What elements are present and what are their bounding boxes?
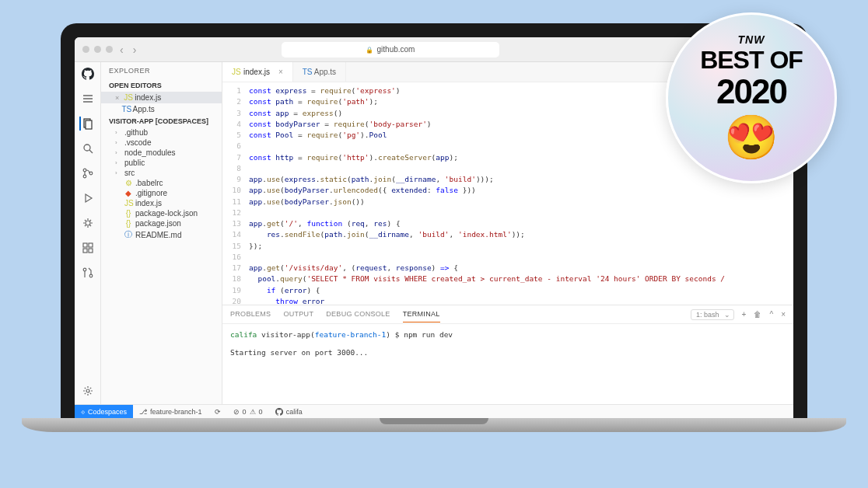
tab-label: App.ts <box>314 68 336 76</box>
terminal-select[interactable]: 1: bash ⌄ <box>691 309 734 320</box>
laptop-notch <box>380 418 488 424</box>
svg-point-4 <box>83 175 86 178</box>
heart-eyes-emoji-icon: 😍 <box>724 112 779 163</box>
file-type-icon: ◆ <box>124 189 132 197</box>
window-controls <box>82 46 113 53</box>
folder-item[interactable]: ›.github <box>101 127 222 138</box>
url-bar[interactable]: github.com <box>282 42 499 58</box>
explorer-sidebar: EXPLORER OPEN EDITORS ×JSindex.js TSApp.… <box>101 62 222 404</box>
explorer-icon[interactable] <box>79 117 95 131</box>
maximize-panel-icon[interactable]: ^ <box>769 310 773 319</box>
file-item[interactable]: {}package-lock.json <box>101 208 222 218</box>
debug-icon[interactable] <box>81 216 95 230</box>
open-editor-item[interactable]: TSApp.ts <box>101 103 222 115</box>
file-type-icon: ⚙ <box>124 179 132 187</box>
close-file-icon[interactable]: × <box>115 94 119 102</box>
file-type-icon: JS <box>124 199 132 207</box>
folder-name: .vscode <box>124 138 151 147</box>
terminal-branch: feature-branch-1 <box>315 330 387 339</box>
github-icon[interactable] <box>81 67 95 81</box>
project-header[interactable]: VISITOR-APP [CODESPACES] <box>101 115 222 127</box>
source-control-icon[interactable] <box>81 166 95 180</box>
svg-point-6 <box>86 221 90 225</box>
file-item[interactable]: JSindex.js <box>101 198 222 208</box>
file-name: index.js <box>135 93 161 102</box>
activity-bar <box>75 62 101 404</box>
github-small-icon <box>275 408 283 416</box>
panel-tab-output[interactable]: OUTPUT <box>283 306 313 322</box>
minimize-window-icon[interactable] <box>94 46 101 53</box>
bottom-panel: PROBLEMSOUTPUTDEBUG CONSOLETERMINAL 1: b… <box>222 305 793 404</box>
tab-label: index.js <box>243 68 270 76</box>
terminal-output[interactable]: califa visitor-app(feature-branch-1) $ n… <box>222 324 793 404</box>
svg-point-12 <box>89 274 93 277</box>
open-editors-header[interactable]: OPEN EDITORS <box>101 79 222 92</box>
explorer-title: EXPLORER <box>101 62 222 79</box>
file-item[interactable]: ⓘREADME.md <box>101 228 222 241</box>
folder-name: node_modules <box>124 148 176 157</box>
chevron-right-icon: › <box>115 149 121 156</box>
file-name: .gitignore <box>135 189 167 197</box>
extensions-icon[interactable] <box>81 241 95 255</box>
file-item[interactable]: {}package.json <box>101 218 222 228</box>
folder-item[interactable]: ›src <box>101 168 222 178</box>
file-item[interactable]: ◆.gitignore <box>101 188 222 198</box>
badge-brand: TNW <box>738 33 765 46</box>
open-editor-item[interactable]: ×JSindex.js <box>101 92 222 103</box>
forward-button[interactable]: › <box>131 44 139 56</box>
run-debug-icon[interactable] <box>81 191 95 205</box>
svg-rect-8 <box>83 249 87 253</box>
status-branch[interactable]: ⎇ feature-branch-1 <box>133 405 208 418</box>
status-problems[interactable]: ⊘0 ⚠0 <box>227 405 269 418</box>
warning-icon: ⚠ <box>250 408 256 416</box>
file-type-icon: TS <box>303 68 310 76</box>
url-text: github.com <box>377 45 415 54</box>
menu-icon[interactable] <box>81 92 95 106</box>
status-codespaces[interactable]: ⟐ Codespaces <box>75 405 133 418</box>
svg-rect-9 <box>89 249 93 253</box>
close-tab-icon[interactable]: × <box>278 68 283 76</box>
terminal-command: npm run dev <box>404 330 453 339</box>
chevron-right-icon: › <box>115 139 121 146</box>
file-name: README.md <box>135 231 181 239</box>
maximize-window-icon[interactable] <box>106 46 113 53</box>
status-sync[interactable]: ⟳ <box>208 405 227 418</box>
svg-point-2 <box>84 145 90 151</box>
editor-tab[interactable]: JSindex.js× <box>222 62 293 82</box>
settings-icon[interactable] <box>81 384 95 398</box>
search-icon[interactable] <box>81 141 95 155</box>
status-user[interactable]: califa <box>269 405 309 418</box>
line-gutter: 1234567891011121314151617181920212223242… <box>222 82 246 305</box>
close-panel-icon[interactable]: × <box>781 310 786 319</box>
status-bar: ⟐ Codespaces ⎇ feature-branch-1 ⟳ ⊘0 ⚠0 <box>75 404 793 418</box>
folder-name: src <box>124 169 135 177</box>
file-name: index.js <box>135 199 162 207</box>
file-item[interactable]: ⚙.babelrc <box>101 178 222 188</box>
badge-title: BEST OF <box>700 46 803 75</box>
back-button[interactable]: ‹ <box>117 44 126 56</box>
laptop-base <box>22 418 846 432</box>
editor-tab[interactable]: TSApp.ts <box>293 62 346 82</box>
folder-name: .github <box>124 128 148 137</box>
folder-item[interactable]: ›.vscode <box>101 138 222 148</box>
file-type-icon: JS <box>232 68 240 76</box>
chevron-right-icon: › <box>115 169 121 176</box>
svg-rect-1 <box>86 120 92 129</box>
file-name: package-lock.json <box>135 209 198 218</box>
folder-item[interactable]: ›node_modules <box>101 148 222 158</box>
panel-tab-debug-console[interactable]: DEBUG CONSOLE <box>326 306 390 322</box>
kill-terminal-icon[interactable]: 🗑 <box>754 310 761 319</box>
github-pr-icon[interactable] <box>81 266 95 280</box>
file-type-icon: ⓘ <box>124 229 132 240</box>
svg-rect-7 <box>83 243 87 247</box>
svg-rect-10 <box>89 243 93 247</box>
file-name: .babelrc <box>135 179 163 187</box>
panel-tab-terminal[interactable]: TERMINAL <box>403 306 440 322</box>
close-window-icon[interactable] <box>82 46 89 53</box>
svg-point-11 <box>83 268 86 271</box>
panel-tab-problems[interactable]: PROBLEMS <box>230 306 271 322</box>
close-file-icon[interactable] <box>115 106 117 113</box>
new-terminal-icon[interactable]: + <box>742 310 747 319</box>
lock-icon <box>366 45 373 54</box>
folder-item[interactable]: ›public <box>101 158 222 168</box>
